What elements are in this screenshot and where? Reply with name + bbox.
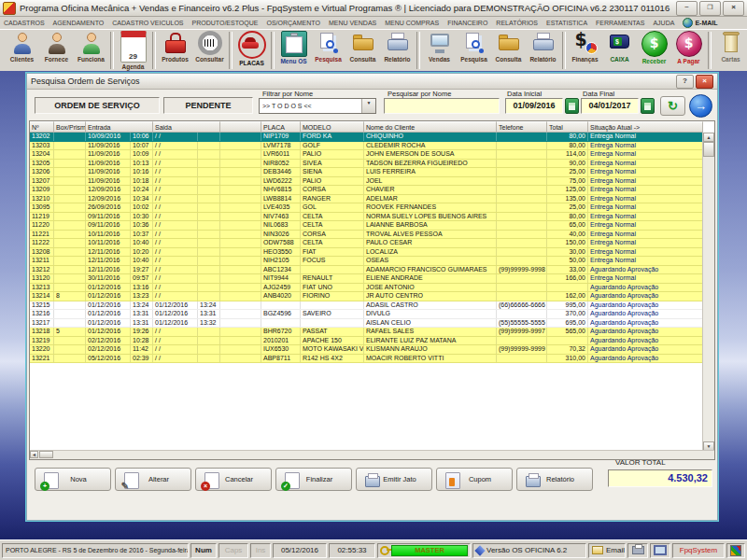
horizontal-scroll-thumb[interactable] bbox=[39, 451, 53, 458]
table-row[interactable]: 1321701/12/201613:3101/12/201613:32AISLA… bbox=[30, 319, 703, 329]
table-row[interactable]: 1122009/11/201610:36/ /NIL0683CELTALAIAN… bbox=[30, 221, 703, 231]
toolbar-relatorio[interactable]: Relatório bbox=[380, 30, 415, 71]
table-row[interactable]: 1321501/12/201613:2401/12/201613:24ADASI… bbox=[30, 301, 703, 311]
cell bbox=[220, 284, 261, 292]
table-row[interactable]: 1321112/11/201610:40/ /NIH2105FOCUSOSEAS… bbox=[30, 257, 703, 266]
table-row[interactable]: 1322105/12/201602:39/ /ABP8711R142 HS 4X… bbox=[30, 355, 703, 364]
menu-item-menu-vendas[interactable]: MENU VENDAS bbox=[329, 20, 376, 26]
toolbar-a-pagar[interactable]: A Pagar bbox=[671, 30, 706, 71]
toolbar-financas[interactable]: Finanças bbox=[568, 30, 602, 71]
vertical-scroll-thumb[interactable] bbox=[703, 142, 714, 157]
toolbar-pesquisa[interactable]: Pesquisa bbox=[311, 30, 345, 71]
cell: 02/12/2016 bbox=[86, 337, 131, 345]
filter-name-dropdown[interactable]: >> T O D O S << bbox=[259, 98, 376, 114]
nova-button[interactable]: Nova bbox=[35, 468, 111, 491]
table-row[interactable]: 1321212/11/201619:27/ /ABC1234ADAMARCIO … bbox=[30, 266, 703, 275]
table-row[interactable]: 1320711/09/201610:18/ /LWD6222PALIOJOEL7… bbox=[30, 177, 703, 187]
toolbar-pesquisa[interactable]: Pesquisa bbox=[457, 30, 491, 71]
restore-button[interactable] bbox=[699, 1, 721, 16]
cancelar-button[interactable]: Cancelar bbox=[195, 468, 272, 491]
cell: 10:16 bbox=[131, 168, 153, 176]
table-row[interactable]: 13218501/12/201619:26/ /BHR6720PASSATRAF… bbox=[30, 328, 703, 337]
table-row[interactable]: 1321012/09/201610:34/ /LWB8814RANGERADEL… bbox=[30, 195, 703, 204]
table-row[interactable]: 1122210/11/201610:40/ /ODW7588CELTAPAULO… bbox=[30, 239, 703, 248]
table-row[interactable]: 1320210/09/201610:06/ /NIP1709FORD KACHI… bbox=[30, 133, 703, 142]
menu-item-cadastro-veiculos[interactable]: CADASTRO VEICULOS bbox=[112, 20, 183, 26]
cell bbox=[220, 337, 261, 345]
calendar-start-icon[interactable] bbox=[565, 98, 579, 114]
table-row[interactable]: 1320912/09/201610:24/ /NHV6815CORSACHAVI… bbox=[30, 186, 703, 195]
scroll-left-icon[interactable]: ◄ bbox=[30, 451, 38, 458]
toolbar-caixa[interactable]: CAIXA bbox=[602, 30, 637, 71]
help-button[interactable] bbox=[676, 75, 694, 89]
toolbar-separator bbox=[562, 32, 566, 69]
toolbar-vendas[interactable]: Vendas bbox=[422, 30, 457, 71]
toolbar-cartas[interactable]: Cartas bbox=[713, 30, 747, 71]
cell: / / bbox=[153, 355, 198, 363]
go-search-button[interactable] bbox=[689, 94, 712, 118]
relatorio-button[interactable]: Relatório bbox=[516, 468, 593, 491]
toolbar-produtos[interactable]: Produtos bbox=[158, 30, 192, 71]
table-row[interactable]: 1322002/12/201611:42/ /IUX6530MOTO KAWAS… bbox=[30, 345, 703, 355]
toolbar-label: Receber bbox=[642, 58, 667, 64]
menu-item-os-orcamento[interactable]: OS/ORÇAMENTO bbox=[266, 20, 319, 26]
menu-item-ajuda[interactable]: AJUDA bbox=[653, 20, 674, 26]
printer-panel[interactable] bbox=[627, 543, 648, 558]
vertical-scrollbar[interactable]: ▲ ▼ bbox=[702, 133, 714, 451]
cupom-button[interactable]: Cupom bbox=[436, 468, 513, 491]
table-row[interactable]: 13214801/12/201613:23/ /ANB4020FIORINOJR… bbox=[30, 292, 703, 301]
alterar-button[interactable]: Alterar bbox=[115, 468, 191, 491]
toolbar-funciona[interactable]: Funciona bbox=[74, 30, 108, 71]
refresh-button[interactable] bbox=[660, 96, 685, 116]
horizontal-scrollbar[interactable]: ◄ bbox=[30, 450, 714, 459]
table-row[interactable]: 1312030/11/201609:57/ /NIT9944RENAULTELI… bbox=[30, 274, 703, 284]
menu-item-financeiro[interactable]: FINANCEIRO bbox=[447, 20, 487, 26]
menu-item-relatorios[interactable]: RELATÓRIOS bbox=[496, 20, 538, 26]
toolbar-fornece[interactable]: Fornece bbox=[39, 30, 74, 71]
toolbar-consulta[interactable]: Consulta bbox=[345, 30, 380, 71]
toolbar-consulta[interactable]: Consulta bbox=[491, 30, 526, 71]
emitir-jato-button[interactable]: Emitir Jato bbox=[356, 468, 432, 491]
calendar-end-icon[interactable] bbox=[641, 98, 655, 114]
search-name-input[interactable] bbox=[384, 98, 500, 114]
table-row[interactable]: 1320311/09/201610:07/ /LVM7178GOLFCLEDEM… bbox=[30, 142, 703, 151]
scroll-up-icon[interactable]: ▲ bbox=[703, 133, 714, 142]
menu-item-cadastros[interactable]: CADASTROS bbox=[4, 20, 45, 26]
table-row[interactable]: 1121909/11/201610:30/ /NIV7463CELTANORMA… bbox=[30, 213, 703, 222]
cell: Aguardando Aprovação bbox=[588, 266, 703, 274]
table-row[interactable]: 1321902/12/201610:28/ /2010201APACHE 150… bbox=[30, 337, 703, 346]
cell: GOLF bbox=[301, 142, 364, 150]
date-end-field[interactable]: 04/01/2017 bbox=[581, 98, 639, 114]
close-button[interactable] bbox=[723, 1, 744, 16]
toolbar-clientes[interactable]: Clientes bbox=[5, 30, 39, 71]
menu-item-ferramentas[interactable]: FERRAMENTAS bbox=[596, 20, 644, 26]
toolbar-relatorio[interactable]: Relatório bbox=[526, 30, 560, 71]
table-row[interactable]: 1320812/11/201610:20/ /HEO3550FIATLOCALI… bbox=[30, 248, 703, 258]
menu-item-produto-estoque[interactable]: PRODUTO/ESTOQUE bbox=[192, 20, 259, 26]
date-start-field[interactable]: 01/09/2016 bbox=[505, 98, 563, 114]
table-row[interactable]: 1309526/09/201610:02/ /LVE4035GOLROOVEK … bbox=[30, 203, 703, 213]
finalizar-button[interactable]: Finalizar bbox=[275, 468, 352, 491]
table-row[interactable]: 1321601/12/201613:3101/12/201613:31BGZ45… bbox=[30, 310, 703, 319]
toolbar-menu-os[interactable]: Menu OS bbox=[276, 30, 311, 71]
table-row[interactable]: 1320411/09/201610:09/ /LVR6011PALIOJOHN … bbox=[30, 150, 703, 160]
menu-item-agendamento[interactable]: AGENDAMENTO bbox=[53, 20, 105, 26]
toolbar-receber[interactable]: Receber bbox=[637, 30, 671, 71]
minimize-button[interactable] bbox=[676, 1, 698, 16]
email-panel[interactable]: Email bbox=[588, 543, 626, 558]
table-row[interactable]: 1321301/12/201613:16/ /AJG2459FIAT UNOJO… bbox=[30, 284, 703, 293]
window-close-button[interactable] bbox=[696, 75, 713, 89]
chevron-down-icon[interactable] bbox=[361, 99, 375, 113]
menu-item-menu-compras[interactable]: MENU COMPRAS bbox=[385, 20, 439, 26]
toolbar-consultar[interactable]: Consultar bbox=[192, 30, 227, 71]
table-row[interactable]: 1122110/11/201610:37/ /NIN3026CORSATROVA… bbox=[30, 231, 703, 240]
cell: (66)66666-6666 bbox=[497, 301, 547, 310]
table-row[interactable]: 1320511/09/201610:13/ /NIR8052SIVEATADSO… bbox=[30, 160, 703, 169]
menu-item-email[interactable]: E-MAIL bbox=[683, 18, 717, 28]
toolbar-agenda[interactable]: Agenda bbox=[116, 30, 150, 71]
monitor-panel[interactable] bbox=[650, 543, 670, 558]
menu-item-estatistica[interactable]: ESTATISTICA bbox=[546, 20, 587, 26]
cell bbox=[198, 345, 220, 354]
table-row[interactable]: 1320611/09/201610:16/ /DEB3446SIENALUIS … bbox=[30, 168, 703, 177]
toolbar-placas[interactable]: PLACAS bbox=[234, 30, 269, 71]
